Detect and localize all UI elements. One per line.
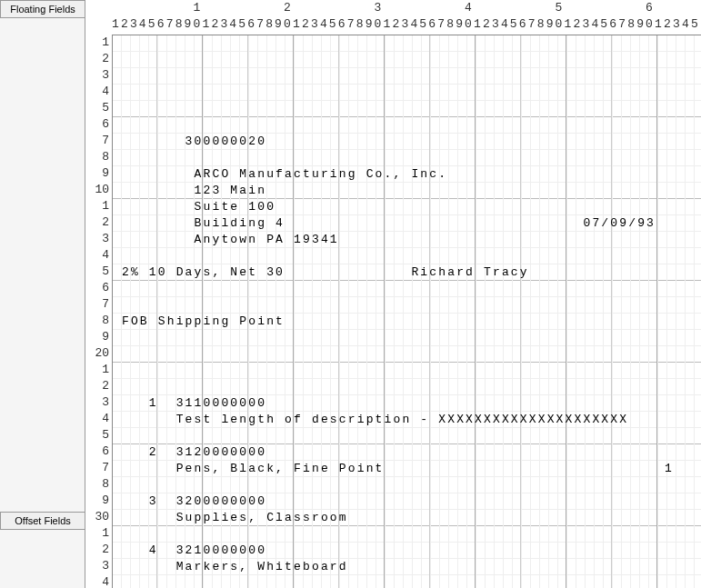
line-item-4-desc: Markers, Whiteboard [113, 559, 348, 575]
row-label: 6 [85, 116, 112, 133]
row-label: 8 [85, 149, 112, 165]
row-label: 5 [85, 100, 112, 116]
row-label: 6 [85, 280, 112, 296]
row-label: 1 [85, 525, 112, 542]
line-item-1-desc: Test length of description - XXXXXXXXXXX… [113, 412, 628, 428]
sidebar-bottom-pad [0, 530, 85, 588]
field-po-number: 300000020 [113, 134, 266, 150]
floating-fields-tab[interactable]: Floating Fields [0, 0, 85, 18]
field-addr-2: Suite 100 [113, 199, 275, 215]
row-label: 3 [85, 231, 112, 247]
row-label: 3 [85, 558, 112, 574]
row-label: 30 [85, 509, 112, 525]
line-item-2-num: 2 3120000000 [113, 444, 266, 461]
row-label: 2 [85, 51, 112, 67]
row-label: 20 [85, 345, 112, 362]
row-label: 9 [85, 493, 112, 509]
row-label: 4 [85, 411, 112, 427]
row-label: 4 [85, 84, 112, 100]
line-item-3-num: 3 3200000000 [113, 493, 266, 510]
row-label: 2 [85, 214, 112, 231]
ruler-tens: 1 2 3 4 5 6 [112, 0, 701, 16]
row-label: 1 [85, 362, 112, 378]
row-label: 2 [85, 542, 112, 558]
field-city-state: Anytown PA 19341 [113, 232, 339, 248]
row-label: 4 [85, 247, 112, 264]
row-label: 9 [85, 165, 112, 182]
sidebar: Floating Fields Offset Fields [0, 0, 85, 588]
field-vendor-name: ARCO Manufacturing Co., Inc. [113, 166, 447, 183]
row-label: 5 [85, 264, 112, 280]
ruler-ones: 1234567890123456789012345678901234567890… [112, 16, 701, 33]
line-item-4-num: 4 3210000000 [113, 543, 266, 559]
row-label: 9 [85, 329, 112, 345]
line-item-2-desc: Pens, Black, Fine Point 1 [113, 461, 674, 477]
field-terms-buyer: 2% 10 Days, Net 30 Richard Tracy [113, 264, 529, 281]
field-addr-1: 123 Main [113, 183, 266, 199]
field-addr-3-date: Building 4 07/09/93 [113, 215, 656, 232]
row-label: 10 [85, 182, 112, 198]
row-label: 1 [85, 198, 112, 214]
row-label: 7 [85, 133, 112, 149]
row-label: 8 [85, 476, 112, 493]
row-label: 8 [85, 313, 112, 329]
report-layout-designer: Floating Fields Offset Fields 1 2 3 4 5 … [0, 0, 701, 588]
line-item-3-desc: Supplies, Classroom [113, 510, 348, 526]
row-label: 5 [85, 427, 112, 443]
horizontal-ruler: 1 2 3 4 5 6 1234567890123456789012345678… [112, 0, 701, 35]
offset-fields-tab[interactable]: Offset Fields [0, 512, 85, 530]
row-label: 7 [85, 460, 112, 476]
row-label: 4 [85, 574, 112, 588]
row-label: 1 [85, 35, 112, 51]
row-label: 3 [85, 67, 112, 84]
main-area: 1 2 3 4 5 6 1234567890123456789012345678… [85, 0, 701, 588]
line-item-1-num: 1 3110000000 [113, 395, 266, 412]
vertical-ruler: 1 2 3 4 5 6 7 8 9 10 1 2 3 4 5 6 7 8 9 2… [85, 35, 112, 588]
row-label: 2 [85, 378, 112, 394]
row-label: 7 [85, 296, 112, 313]
row-label: 3 [85, 394, 112, 411]
row-label: 6 [85, 443, 112, 460]
sidebar-spacer [0, 18, 85, 512]
layout-canvas[interactable]: 300000020 ARCO Manufacturing Co., Inc. 1… [112, 35, 701, 588]
field-fob: FOB Shipping Point [113, 314, 285, 330]
